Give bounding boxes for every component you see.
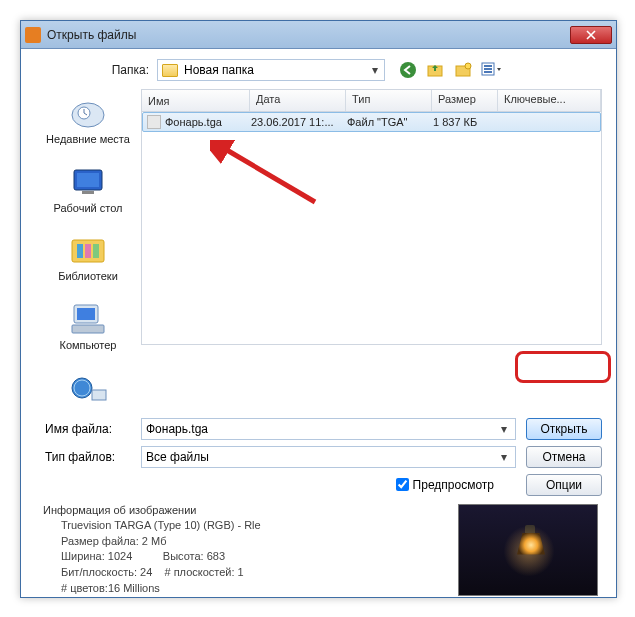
header-type[interactable]: Тип xyxy=(346,90,432,111)
place-libraries-label: Библиотеки xyxy=(58,270,118,283)
folder-label: Папка: xyxy=(101,63,149,77)
header-date[interactable]: Дата xyxy=(250,90,346,111)
new-folder-icon xyxy=(455,62,473,78)
place-computer-label: Компьютер xyxy=(60,339,117,352)
back-button[interactable] xyxy=(397,60,419,80)
file-size: 1 837 КБ xyxy=(433,116,499,128)
chevron-down-icon: ▾ xyxy=(497,422,511,436)
svg-rect-16 xyxy=(93,244,99,258)
filename-value: Фонарь.tga xyxy=(146,422,497,436)
svg-rect-6 xyxy=(484,68,492,70)
place-desktop-label: Рабочий стол xyxy=(53,202,122,215)
file-list[interactable]: Имя Дата Тип Размер Ключевые... Фонарь.t… xyxy=(141,89,602,345)
svg-point-20 xyxy=(72,378,92,398)
desktop-icon xyxy=(68,164,108,200)
header-keywords[interactable]: Ключевые... xyxy=(498,90,601,111)
filetype-dropdown[interactable]: Все файлы ▾ xyxy=(141,446,516,468)
back-icon xyxy=(399,61,417,79)
info-bits: Бит/плоскость: 24 xyxy=(61,566,152,578)
image-info: Информация об изображении Truevision TAR… xyxy=(35,504,602,598)
window-title: Открыть файлы xyxy=(47,28,570,42)
place-desktop[interactable]: Рабочий стол xyxy=(53,164,122,215)
svg-rect-21 xyxy=(92,390,106,400)
header-name[interactable]: Имя xyxy=(142,90,250,111)
svg-rect-12 xyxy=(82,191,94,194)
cancel-button[interactable]: Отмена xyxy=(526,446,602,468)
file-row[interactable]: Фонарь.tga 23.06.2017 11:... Файл "TGA" … xyxy=(142,112,601,132)
svg-rect-11 xyxy=(77,173,99,187)
preview-checkbox[interactable] xyxy=(396,478,409,491)
svg-rect-7 xyxy=(484,71,492,73)
filename-label: Имя файла: xyxy=(35,422,141,436)
filetype-value: Все файлы xyxy=(146,450,497,464)
svg-rect-5 xyxy=(484,65,492,67)
preview-thumbnail xyxy=(458,504,598,596)
file-date: 23.06.2017 11:... xyxy=(251,116,347,128)
filetype-label: Тип файлов: xyxy=(35,450,141,464)
open-button[interactable]: Открыть xyxy=(526,418,602,440)
info-format: Truevision TARGA (Type 10) (RGB) - Rle xyxy=(61,518,458,534)
column-headers: Имя Дата Тип Размер Ключевые... xyxy=(142,90,601,112)
folder-row: Папка: Новая папка ▾ xyxy=(101,59,602,81)
place-recent-label: Недавние места xyxy=(46,133,130,146)
place-network[interactable] xyxy=(68,370,108,408)
chevron-down-icon: ▾ xyxy=(497,450,511,464)
open-file-dialog: Открыть файлы Папка: Новая папка ▾ xyxy=(20,20,617,598)
preview-checkbox-label[interactable]: Предпросмотр xyxy=(396,478,494,492)
info-height: Высота: 683 xyxy=(163,550,225,562)
close-icon xyxy=(586,30,596,40)
tga-file-icon xyxy=(147,115,161,129)
info-colors: # цветов:16 Millions xyxy=(61,581,458,597)
view-icon xyxy=(481,62,503,78)
libraries-icon xyxy=(68,232,108,268)
chevron-down-icon: ▾ xyxy=(370,63,380,77)
titlebar: Открыть файлы xyxy=(21,21,616,49)
view-menu-button[interactable] xyxy=(481,60,503,80)
svg-point-3 xyxy=(465,63,471,69)
file-name: Фонарь.tga xyxy=(165,116,222,128)
info-title: Информация об изображении xyxy=(35,504,458,516)
close-button[interactable] xyxy=(570,26,612,44)
info-filesize: Размер файла: 2 Мб xyxy=(61,534,458,550)
folder-name: Новая папка xyxy=(184,63,370,77)
recent-icon xyxy=(68,95,108,131)
place-recent[interactable]: Недавние места xyxy=(46,95,130,146)
app-icon xyxy=(25,27,41,43)
options-button[interactable]: Опции xyxy=(526,474,602,496)
info-width: Ширина: 1024 xyxy=(61,550,132,562)
places-sidebar: Недавние места Рабочий стол Библиотеки К… xyxy=(35,89,141,408)
svg-rect-18 xyxy=(77,308,95,320)
preview-label-text: Предпросмотр xyxy=(413,478,494,492)
place-computer[interactable]: Компьютер xyxy=(60,301,117,352)
network-icon xyxy=(68,370,108,406)
folder-up-icon xyxy=(427,62,445,78)
svg-rect-19 xyxy=(72,325,104,333)
folder-dropdown[interactable]: Новая папка ▾ xyxy=(157,59,385,81)
svg-rect-14 xyxy=(77,244,83,258)
file-type: Файл "TGA" xyxy=(347,116,433,128)
header-size[interactable]: Размер xyxy=(432,90,498,111)
place-libraries[interactable]: Библиотеки xyxy=(58,232,118,283)
up-button[interactable] xyxy=(425,60,447,80)
computer-icon xyxy=(68,301,108,337)
filename-input[interactable]: Фонарь.tga ▾ xyxy=(141,418,516,440)
new-folder-button[interactable] xyxy=(453,60,475,80)
folder-icon xyxy=(162,64,178,77)
info-planes: # плоскостей: 1 xyxy=(164,566,243,578)
svg-point-0 xyxy=(400,62,416,78)
svg-rect-15 xyxy=(85,244,91,258)
